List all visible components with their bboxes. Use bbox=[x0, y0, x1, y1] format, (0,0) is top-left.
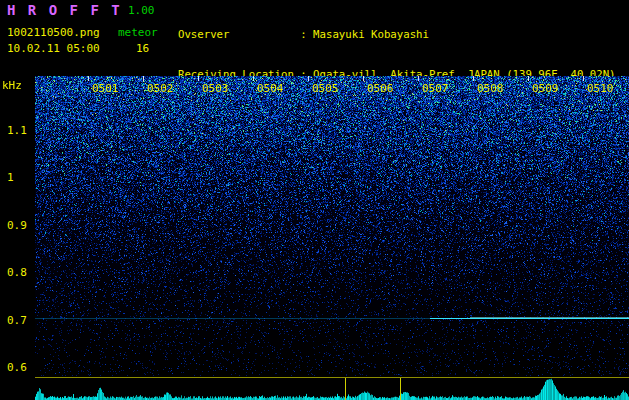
echo-count: 16 bbox=[136, 42, 149, 55]
time-label-0503: 0503 bbox=[202, 82, 229, 95]
time-label-0507: 0507 bbox=[422, 82, 449, 95]
time-label-0509: 0509 bbox=[532, 82, 559, 95]
time-label-0510: 0510 bbox=[587, 82, 614, 95]
app-version: 1.00 bbox=[128, 4, 155, 17]
datetime-label: 10.02.11 05:00 bbox=[7, 42, 100, 55]
freq-label-0-8: 0.8 bbox=[7, 266, 27, 279]
freq-label-0-6: 0.6 bbox=[7, 361, 27, 374]
freq-label-0-9: 0.9 bbox=[7, 219, 27, 232]
time-label-0508: 0508 bbox=[477, 82, 504, 95]
time-label-0505: 0505 bbox=[312, 82, 339, 95]
freq-label-1-0: 1 bbox=[7, 171, 14, 184]
freq-label-1-1: 1.1 bbox=[7, 124, 27, 137]
mode-label: meteor bbox=[118, 26, 158, 39]
info-line-observer: Ovserver : Masayuki Kobayashi bbox=[178, 28, 616, 41]
freq-unit-label: kHz bbox=[2, 79, 22, 92]
time-label-0506: 0506 bbox=[367, 82, 394, 95]
hrofft-screen: H R O F F T 1.00 1002110500.png meteor 1… bbox=[0, 0, 629, 400]
spectrogram-canvas bbox=[35, 76, 629, 376]
freq-label-0-7: 0.7 bbox=[7, 314, 27, 327]
time-label-0501: 0501 bbox=[92, 82, 119, 95]
time-label-0502: 0502 bbox=[147, 82, 174, 95]
time-label-0504: 0504 bbox=[257, 82, 284, 95]
output-filename: 1002110500.png bbox=[7, 26, 100, 39]
app-title: H R O F F T bbox=[7, 2, 122, 18]
level-strip-canvas bbox=[35, 377, 629, 400]
